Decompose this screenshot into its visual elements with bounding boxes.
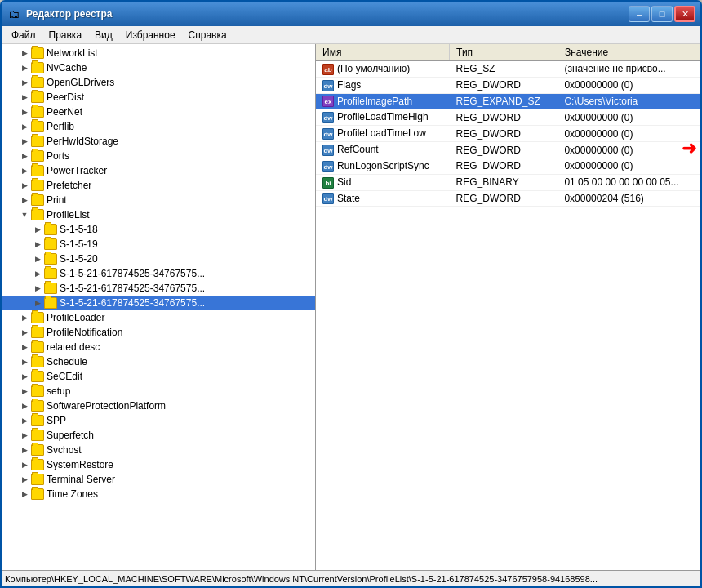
tree-item[interactable]: ▶PeerNet [2,105,315,119]
tree-expander[interactable]: ▶ [31,296,44,310]
app-icon: 🗂 [7,7,21,21]
reg-type-icon: dw [322,112,334,123]
cell-type: REG_DWORD [450,109,558,126]
tree-expander[interactable]: ▶ [18,76,31,89]
tree-item[interactable]: ▶Print [2,193,315,207]
tree-expander[interactable]: ▶ [18,473,31,486]
cell-value: 0x00000000 (0) [558,109,700,126]
tree-item[interactable]: ▶SeCEdit [2,369,315,384]
table-row[interactable]: dwProfileLoadTimeLowREG_DWORD0x00000000 … [316,126,700,142]
tree-expander[interactable]: ▶ [18,458,31,471]
tree-item[interactable]: ▶S-1-5-21-617874525-34767575... [2,281,315,296]
tree-expander[interactable]: ▶ [18,164,31,177]
folder-icon [31,165,44,176]
tree-item-label: S-1-5-18 [60,224,98,235]
menu-favorites[interactable]: Избранное [119,28,182,42]
tree-item[interactable]: ▶S-1-5-21-617874525-34767575... [2,296,315,310]
tree-item[interactable]: ▶SystemRestore [2,457,315,472]
tree-item[interactable]: ▶OpenGLDrivers [2,75,315,90]
tree-item[interactable]: ▶Ports [2,149,315,163]
registry-tree-pane[interactable]: ▶NetworkList▶NvCache▶OpenGLDrivers▶PeerD… [2,44,316,570]
tree-expander[interactable]: ▶ [18,488,31,501]
close-button[interactable]: ✕ [674,6,695,22]
tree-expander[interactable]: ▶ [18,105,31,118]
tree-item-label: related.desc [47,341,100,353]
tree-expander[interactable]: ▶ [18,443,31,457]
tree-item-label: Schedule [47,356,87,368]
tree-expander[interactable]: ▶ [18,414,31,427]
tree-expander[interactable]: ▶ [18,370,31,383]
tree-item-label: Time Zones [47,488,98,500]
tree-expander[interactable]: ▶ [18,135,31,148]
tree-item[interactable]: ▶PerHwIdStorage [2,134,315,149]
tree-item[interactable]: ▶SoftwareProtectionPlatform [2,399,315,413]
tree-item[interactable]: ▶S-1-5-21-617874525-34767575... [2,266,315,281]
table-row[interactable]: biSidREG_BINARY01 05 00 00 00 00 00 05..… [316,174,700,190]
cell-value: 0x00000000 (0) [558,158,700,174]
table-row[interactable]: ab(По умолчанию)REG_SZ(значение не присв… [316,61,700,78]
cell-value: 0x00000000 (0) [558,142,700,158]
menu-help[interactable]: Справка [182,28,233,42]
tree-item[interactable]: ▶Svchost [2,443,315,457]
tree-item[interactable]: ▶PowerTracker [2,163,315,178]
tree-item-label: PeerDist [47,91,84,103]
tree-item[interactable]: ▶setup [2,384,315,399]
tree-item[interactable]: ▶related.desc [2,340,315,354]
tree-expander[interactable]: ▶ [18,385,31,398]
tree-expander[interactable]: ▶ [31,282,44,295]
tree-item[interactable]: ▶Schedule [2,354,315,369]
table-row[interactable]: dwFlagsREG_DWORD0x00000000 (0) [316,77,700,93]
tree-item[interactable]: ▶S-1-5-18 [2,222,315,237]
tree-expander[interactable]: ▶ [18,179,31,192]
tree-expander[interactable]: ▶ [18,120,31,133]
tree-item[interactable]: ▶ProfileLoader [2,310,315,325]
folder-icon [31,415,44,426]
tree-item[interactable]: ▶Perflib [2,119,315,134]
table-row[interactable]: dwRefCountREG_DWORD0x00000000 (0) [316,142,700,158]
tree-item-label: Terminal Server [47,474,115,485]
tree-expander[interactable]: ▶ [18,47,31,60]
tree-item-label: S-1-5-21-617874525-34767575... [60,283,205,294]
folder-icon [31,180,44,191]
maximize-button[interactable]: □ [651,6,673,22]
table-row[interactable]: dwRunLogonScriptSyncREG_DWORD0x00000000 … [316,158,700,174]
tree-item[interactable]: ▶S-1-5-19 [2,237,315,252]
tree-item[interactable]: ▶Superfetch [2,428,315,443]
tree-expander[interactable]: ▶ [18,429,31,442]
tree-expander[interactable]: ▶ [18,194,31,207]
menu-file[interactable]: Файл [5,28,42,42]
tree-item[interactable]: ▼ProfileList [2,207,315,222]
menu-edit[interactable]: Правка [42,28,89,42]
tree-item[interactable]: ▶ProfileNotification [2,325,315,340]
tree-item[interactable]: ▶SPP [2,413,315,428]
tree-expander[interactable]: ▶ [18,399,31,412]
table-row[interactable]: exProfileImagePathREG_EXPAND_SZC:\Users\… [316,93,700,109]
tree-expander[interactable]: ▶ [31,252,44,265]
tree-item[interactable]: ▶Time Zones [2,487,315,501]
tree-expander[interactable]: ▶ [31,238,44,251]
menu-view[interactable]: Вид [88,28,119,42]
tree-item-label: Perflib [47,121,74,132]
minimize-button[interactable]: – [629,6,650,22]
tree-item[interactable]: ▶PeerDist [2,90,315,105]
registry-values-pane[interactable]: Имя Тип Значение ab(По умолчанию)REG_SZ(… [316,44,700,570]
tree-expander[interactable]: ▶ [18,91,31,104]
tree-item[interactable]: ▶NvCache [2,60,315,75]
tree-expander[interactable]: ▶ [31,223,44,236]
tree-item[interactable]: ▶Terminal Server [2,472,315,487]
tree-expander[interactable]: ▶ [18,341,31,354]
tree-item-label: Svchost [47,444,82,456]
tree-expander[interactable]: ▶ [18,149,31,163]
tree-item[interactable]: ▶S-1-5-20 [2,252,315,266]
table-row[interactable]: dwStateREG_DWORD0x00000204 (516) [316,190,700,207]
tree-item-label: S-1-5-21-617874525-34767575... [60,268,205,279]
tree-expander[interactable]: ▶ [18,326,31,339]
tree-expander[interactable]: ▶ [18,61,31,74]
tree-item[interactable]: ▶Prefetcher [2,178,315,193]
table-row[interactable]: dwProfileLoadTimeHighREG_DWORD0x00000000… [316,109,700,126]
tree-expander[interactable]: ▶ [18,311,31,324]
tree-expander[interactable]: ▶ [18,355,31,368]
tree-item[interactable]: ▶NetworkList [2,46,315,60]
tree-expander[interactable]: ▼ [18,208,31,221]
tree-expander[interactable]: ▶ [31,267,44,280]
